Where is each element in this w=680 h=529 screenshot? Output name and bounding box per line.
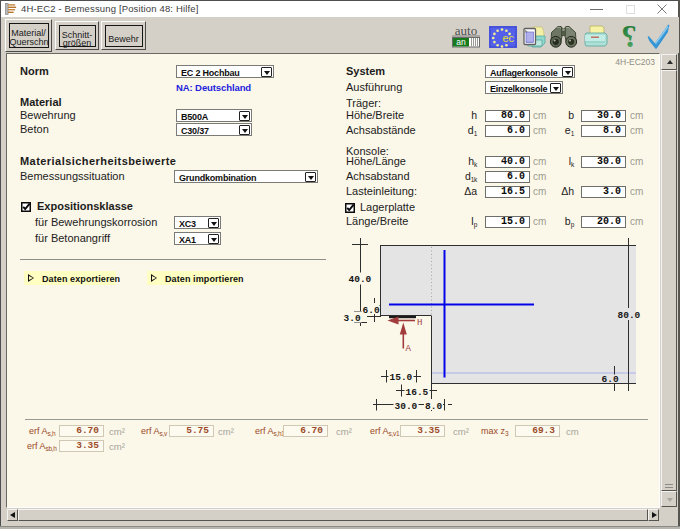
svg-text:ec: ec (503, 32, 515, 44)
svg-text:6.0: 6.0 (363, 305, 380, 316)
svg-text:A: A (406, 344, 412, 354)
svg-text:15.0: 15.0 (390, 372, 413, 383)
svg-text:H: H (417, 318, 422, 328)
svg-text:6.0: 6.0 (602, 374, 619, 385)
svg-text:8.0: 8.0 (425, 401, 442, 412)
svg-text:?: ? (621, 23, 637, 51)
svg-text:16.5: 16.5 (406, 387, 429, 398)
svg-text:an: an (456, 37, 466, 47)
svg-text:30.0: 30.0 (395, 401, 418, 412)
svg-text:3.0: 3.0 (344, 313, 361, 324)
svg-text:80.0: 80.0 (618, 310, 641, 321)
svg-text:auto: auto (455, 24, 477, 38)
svg-text:40.0: 40.0 (349, 274, 372, 285)
